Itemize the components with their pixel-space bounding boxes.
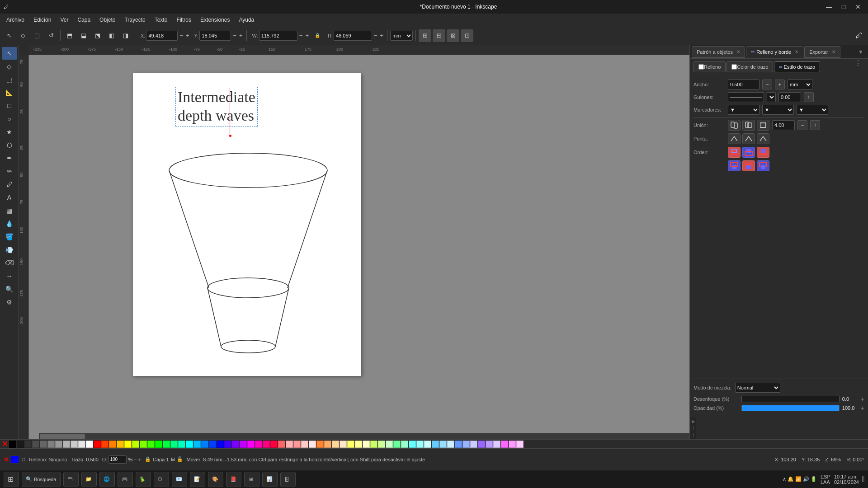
palette-color[interactable]	[278, 441, 285, 448]
snap-btn1[interactable]: ⊞	[419, 29, 431, 42]
union-btn3[interactable]	[757, 120, 769, 131]
palette-color[interactable]	[332, 441, 339, 448]
tab-exportar-close[interactable]: ✕	[832, 49, 835, 54]
circle-tool[interactable]: ○	[2, 113, 17, 125]
palette-none-color[interactable]: ✕	[1, 440, 9, 448]
calligraphy-tool[interactable]: 🖊	[2, 178, 17, 191]
lock-aspect-btn[interactable]: 🔒	[311, 29, 324, 42]
opacidad-plus[interactable]: +	[861, 404, 864, 412]
x-minus[interactable]: −	[179, 32, 184, 39]
pencil-tool[interactable]: ✏	[2, 165, 17, 178]
ancho-plus-btn[interactable]: +	[775, 80, 785, 89]
orden-btn4[interactable]	[728, 160, 741, 171]
union-value-input[interactable]	[772, 120, 795, 130]
browser-btn[interactable]: 🌐	[99, 472, 115, 487]
palette-color[interactable]	[163, 441, 170, 448]
palette-color[interactable]	[9, 441, 16, 448]
color-trazo-checkbox[interactable]	[731, 64, 737, 70]
palette-color[interactable]	[201, 441, 208, 448]
arrow-tool[interactable]: ↖	[2, 47, 17, 60]
palette-color[interactable]	[509, 441, 516, 448]
palette-color[interactable]	[263, 441, 270, 448]
modo-mezcla-select[interactable]: Normal Multiply Screen	[735, 383, 780, 393]
file-explorer-btn[interactable]: 📁	[81, 472, 97, 487]
paint-bucket-tool[interactable]: 🪣	[2, 230, 17, 243]
menu-item-texto[interactable]: Texto	[150, 15, 172, 25]
palette-color[interactable]	[293, 441, 301, 448]
pdf-btn[interactable]: 🖥	[244, 472, 259, 487]
menu-item-filtros[interactable]: Filtros	[172, 15, 196, 25]
union-minus-btn[interactable]: −	[797, 120, 807, 130]
x-plus[interactable]: +	[185, 32, 190, 39]
align-right-btn[interactable]: ◨	[119, 29, 132, 42]
palette-color[interactable]	[462, 441, 470, 448]
minimize-button[interactable]: —	[823, 2, 835, 11]
palette-color[interactable]	[101, 441, 108, 448]
canvas-viewport[interactable]: Intermediate depth waves	[29, 55, 689, 439]
palette-color[interactable]	[347, 441, 354, 448]
measure-tool[interactable]: 📐	[2, 86, 17, 99]
start-button[interactable]: ⊞	[4, 472, 19, 487]
stroke-color-swatch[interactable]	[11, 455, 19, 464]
palette-color[interactable]	[455, 441, 462, 448]
x-input[interactable]	[146, 31, 178, 41]
inkscape-logo-btn[interactable]: 🖊	[853, 29, 865, 42]
palette-color[interactable]	[432, 441, 439, 448]
union-btn2[interactable]	[742, 120, 755, 131]
app5-btn[interactable]: 🦜	[136, 472, 151, 487]
orden-btn5[interactable]	[742, 160, 755, 171]
align-bot-btn[interactable]: ⬔	[91, 29, 104, 42]
palette-color[interactable]	[386, 441, 393, 448]
palette-color[interactable]	[40, 441, 47, 448]
align-top-btn[interactable]: ⬒	[63, 29, 76, 42]
select-tool-btn[interactable]: ↖	[3, 29, 15, 42]
palette-color[interactable]	[401, 441, 408, 448]
union-plus-btn[interactable]: +	[810, 120, 820, 130]
palette-color[interactable]	[516, 441, 524, 448]
palette-color[interactable]	[270, 441, 278, 448]
palette-color[interactable]	[124, 441, 132, 448]
side-icon2[interactable]: ⟨	[691, 426, 696, 431]
palette-color[interactable]	[470, 441, 477, 448]
palette-color[interactable]	[186, 441, 193, 448]
w-input[interactable]	[259, 31, 297, 41]
app-extra-btn[interactable]: 🗄	[280, 472, 296, 487]
palette-color[interactable]	[301, 441, 308, 448]
gradient-tool[interactable]: ▦	[2, 204, 17, 217]
tab-exportar[interactable]: Exportar ✕	[804, 46, 840, 58]
tab-patron-close[interactable]: ✕	[736, 49, 740, 54]
menu-item-trayecto[interactable]: Trayecto	[120, 15, 150, 25]
palette-color[interactable]	[501, 441, 508, 448]
palette-color[interactable]	[132, 441, 139, 448]
menu-item-edición[interactable]: Edición	[29, 15, 56, 25]
search-button[interactable]: 🔍 Búsqueda	[22, 472, 61, 487]
palette-color[interactable]	[286, 441, 293, 448]
desenfoque-bar[interactable]	[741, 396, 840, 402]
opacity-plus[interactable]: +	[138, 457, 141, 462]
tab-arrow[interactable]: ▼	[855, 47, 866, 57]
palette-color[interactable]	[94, 441, 101, 448]
marcadores-end-select[interactable]: ▼	[797, 105, 828, 115]
opacidad-bar[interactable]	[741, 405, 840, 411]
eyedropper-tool[interactable]: 💧	[2, 217, 17, 230]
palette-color[interactable]	[155, 441, 162, 448]
guiones-value-input[interactable]	[778, 92, 801, 102]
palette-color[interactable]	[63, 441, 70, 448]
taskview-button[interactable]: 🗔	[63, 472, 79, 487]
w-minus[interactable]: −	[298, 32, 304, 39]
zoom-tool-btn[interactable]: ⬚	[31, 29, 43, 42]
opacity-input[interactable]	[108, 455, 127, 464]
node-tool[interactable]: ◇	[2, 60, 17, 73]
h-input[interactable]	[334, 31, 372, 41]
y-minus[interactable]: −	[232, 32, 237, 39]
palette-color[interactable]	[355, 441, 362, 448]
inkscape-btn[interactable]: 🎨	[208, 472, 223, 487]
palette-color[interactable]	[17, 441, 24, 448]
tab-relleno-close[interactable]: ✕	[795, 49, 798, 54]
palette-color[interactable]	[193, 441, 201, 448]
palette-color[interactable]	[78, 441, 85, 448]
menu-item-ayuda[interactable]: Ayuda	[234, 15, 259, 25]
menu-item-ver[interactable]: Ver	[56, 15, 73, 25]
dash-preview[interactable]	[728, 92, 764, 102]
marcadores-mid-select[interactable]: ▼	[762, 105, 794, 115]
